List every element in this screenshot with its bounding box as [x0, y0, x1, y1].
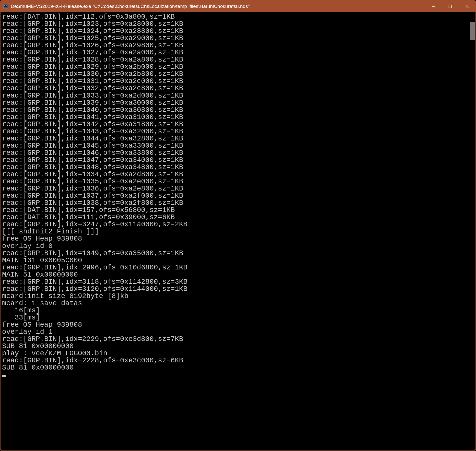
- vertical-scrollbar[interactable]: [469, 12, 475, 450]
- svg-rect-1: [4, 5, 5, 6]
- console-line: read:[GRP.BIN],idx=1048,ofs=0xa34800,sz=…: [2, 164, 468, 171]
- scroll-thumb[interactable]: [470, 22, 475, 40]
- console-line: SUB 81 0x00000000: [2, 364, 468, 371]
- console-line: SUB 81 0x00000000: [2, 343, 468, 350]
- console-line: read:[GRP.BIN],idx=1024,ofs=0xa28800,sz=…: [2, 28, 468, 35]
- console-line: read:[GRP.BIN],idx=1023,ofs=0xa28000,sz=…: [2, 20, 468, 28]
- console-line: free OS Heap 939808: [2, 321, 468, 328]
- console-line: read:[GRP.BIN],idx=2229,ofs=0xe3d800,sz=…: [2, 336, 468, 343]
- svg-rect-3: [4, 7, 7, 8]
- console-line: mcard:init size 8192byte [8]kb: [2, 293, 468, 300]
- console-line: read:[GRP.BIN],idx=1049,ofs=0xa35000,sz=…: [2, 250, 468, 257]
- titlebar[interactable]: DeSmuME-VS2019-x64-Release.exe "C:\Codes…: [1, 1, 475, 12]
- console-line: read:[GRP.BIN],idx=1025,ofs=0xa29000,sz=…: [2, 35, 468, 42]
- console-line: read:[GRP.BIN],idx=2996,ofs=0x10d6800,sz…: [2, 264, 468, 271]
- console-line: MAIN 51 0x00000000: [2, 271, 468, 278]
- console-line: overlay id 0: [2, 243, 468, 250]
- console-line: read:[DAT.BIN],idx=112,ofs=0x3a800,sz=1K…: [2, 13, 468, 20]
- console-line: read:[GRP.BIN],idx=1038,ofs=0xa2f800,sz=…: [2, 199, 468, 207]
- console-output[interactable]: read:[DAT.BIN],idx=112,ofs=0x3a800,sz=1K…: [1, 12, 469, 450]
- console-line: read:[GRP.BIN],idx=3247,ofs=0x11a0000,sz…: [2, 221, 468, 228]
- console-line: read:[GRP.BIN],idx=1030,ofs=0xa2b800,sz=…: [2, 70, 468, 78]
- console-line: 33[ms]: [2, 314, 468, 321]
- console-line: read:[GRP.BIN],idx=1029,ofs=0xa2b000,sz=…: [2, 63, 468, 70]
- console-line: read:[GRP.BIN],idx=1047,ofs=0xa34000,sz=…: [2, 157, 468, 164]
- console-line: mcard: 1 save datas: [2, 300, 468, 307]
- console-line: read:[GRP.BIN],idx=1037,ofs=0xa2f000,sz=…: [2, 192, 468, 199]
- console-line: play : vce/KZM_LOGO00.bin: [2, 350, 468, 357]
- console-line: read:[GRP.BIN],idx=1042,ofs=0xa31800,sz=…: [2, 121, 468, 128]
- console-line: read:[GRP.BIN],idx=1045,ofs=0xa33000,sz=…: [2, 142, 468, 149]
- console-line: MAIN 131 0x0005C000: [2, 257, 468, 264]
- window-controls: [425, 1, 475, 12]
- application-window: DeSmuME-VS2019-x64-Release.exe "C:\Codes…: [0, 0, 476, 451]
- console-line: read:[GRP.BIN],idx=3118,ofs=0x1142800,sz…: [2, 278, 468, 286]
- console-line: read:[DAT.BIN],idx=157,ofs=0x56800,sz=1K…: [2, 207, 468, 214]
- console-line: read:[GRP.BIN],idx=1026,ofs=0xa29800,sz=…: [2, 42, 468, 49]
- console-line: read:[GRP.BIN],idx=1034,ofs=0xa2d800,sz=…: [2, 171, 468, 178]
- console-line: read:[GRP.BIN],idx=1031,ofs=0xa2c000,sz=…: [2, 78, 468, 85]
- minimize-button[interactable]: [425, 1, 442, 12]
- window-title: DeSmuME-VS2019-x64-Release.exe "C:\Codes…: [11, 4, 425, 9]
- console-line: read:[GRP.BIN],idx=1046,ofs=0xa33800,sz=…: [2, 149, 468, 157]
- console-line: read:[DAT.BIN],idx=111,ofs=0x39000,sz=6K…: [2, 214, 468, 221]
- maximize-button[interactable]: [442, 1, 459, 12]
- app-icon: [3, 4, 8, 9]
- svg-rect-2: [6, 5, 7, 6]
- console-line: read:[GRP.BIN],idx=1035,ofs=0xa2e000,sz=…: [2, 178, 468, 185]
- console-line: read:[GRP.BIN],idx=1032,ofs=0xa2c800,sz=…: [2, 85, 468, 92]
- console-line: read:[GRP.BIN],idx=1027,ofs=0xa2a000,sz=…: [2, 49, 468, 56]
- console-line: overlay id 1: [2, 328, 468, 336]
- console-line: read:[GRP.BIN],idx=1043,ofs=0xa32000,sz=…: [2, 128, 468, 135]
- console-line: [[[ shdInit2 Finish ]]]: [2, 228, 468, 235]
- svg-rect-5: [449, 5, 452, 8]
- console-line: read:[GRP.BIN],idx=1033,ofs=0xa2d000,sz=…: [2, 92, 468, 99]
- console-cursor-line: [2, 371, 468, 378]
- console-line: read:[GRP.BIN],idx=1028,ofs=0xa2a800,sz=…: [2, 56, 468, 63]
- console-line: 16[ms]: [2, 307, 468, 314]
- console-line: read:[GRP.BIN],idx=1041,ofs=0xa31000,sz=…: [2, 114, 468, 121]
- console-line: read:[GRP.BIN],idx=1036,ofs=0xa2e800,sz=…: [2, 185, 468, 192]
- console-line: read:[GRP.BIN],idx=1040,ofs=0xa30800,sz=…: [2, 106, 468, 114]
- console-line: read:[GRP.BIN],idx=1039,ofs=0xa30000,sz=…: [2, 99, 468, 106]
- console-line: read:[GRP.BIN],idx=3120,ofs=0x1144000,sz…: [2, 286, 468, 293]
- console-line: read:[GRP.BIN],idx=1044,ofs=0xa32800,sz=…: [2, 135, 468, 142]
- console-area: read:[DAT.BIN],idx=112,ofs=0x3a800,sz=1K…: [1, 12, 475, 450]
- console-line: free OS Heap 939808: [2, 235, 468, 242]
- console-line: read:[GRP.BIN],idx=2228,ofs=0xe3c000,sz=…: [2, 357, 468, 364]
- text-cursor: [2, 375, 6, 377]
- close-button[interactable]: [459, 1, 475, 12]
